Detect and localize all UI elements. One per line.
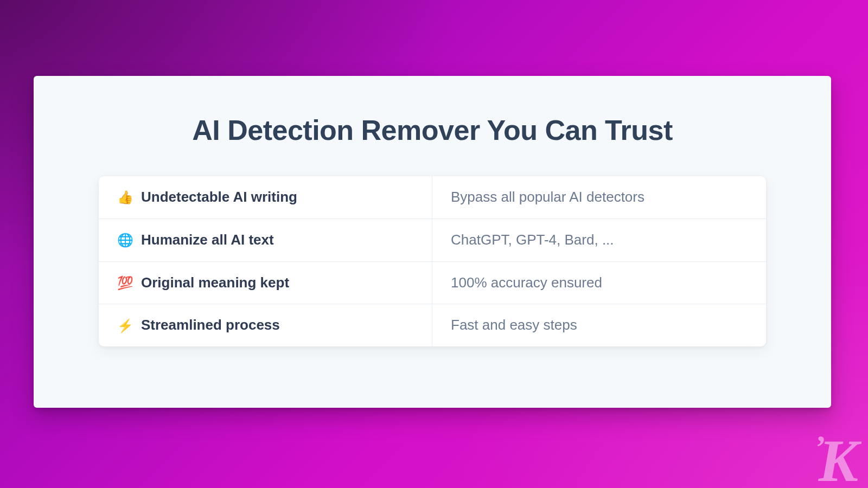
feature-desc-cell: Fast and easy steps bbox=[432, 304, 766, 346]
feature-desc: ChatGPT, GPT-4, Bard, ... bbox=[451, 231, 614, 249]
page-title: AI Detection Remover You Can Trust bbox=[99, 114, 766, 146]
feature-title-cell: 👍 Undetectable AI writing bbox=[99, 176, 432, 219]
feature-title: Streamlined process bbox=[141, 316, 280, 335]
watermark-logo: ’K bbox=[814, 437, 855, 485]
feature-title-cell: 💯 Original meaning kept bbox=[99, 262, 432, 304]
feature-desc: Bypass all popular AI detectors bbox=[451, 188, 644, 207]
feature-desc-cell: 100% accuracy ensured bbox=[432, 262, 766, 304]
feature-desc: Fast and easy steps bbox=[451, 316, 577, 335]
feature-title: Undetectable AI writing bbox=[141, 188, 297, 207]
feature-title-cell: ⚡ Streamlined process bbox=[99, 304, 432, 346]
feature-desc-cell: ChatGPT, GPT-4, Bard, ... bbox=[432, 219, 766, 261]
page-background: AI Detection Remover You Can Trust 👍 Und… bbox=[0, 0, 868, 488]
globe-icon: 🌐 bbox=[117, 232, 133, 248]
feature-card: AI Detection Remover You Can Trust 👍 Und… bbox=[34, 76, 831, 408]
hundred-icon: 💯 bbox=[117, 274, 133, 291]
thumbs-up-icon: 👍 bbox=[117, 189, 133, 206]
table-row: 🌐 Humanize all AI text ChatGPT, GPT-4, B… bbox=[99, 219, 766, 261]
table-row: 💯 Original meaning kept 100% accuracy en… bbox=[99, 261, 766, 304]
feature-title-cell: 🌐 Humanize all AI text bbox=[99, 219, 432, 261]
table-row: ⚡ Streamlined process Fast and easy step… bbox=[99, 304, 766, 346]
feature-desc-cell: Bypass all popular AI detectors bbox=[432, 176, 766, 219]
bolt-icon: ⚡ bbox=[117, 317, 133, 333]
feature-table: 👍 Undetectable AI writing Bypass all pop… bbox=[99, 176, 766, 346]
table-row: 👍 Undetectable AI writing Bypass all pop… bbox=[99, 176, 766, 219]
feature-title: Original meaning kept bbox=[141, 274, 289, 292]
feature-title: Humanize all AI text bbox=[141, 231, 274, 249]
feature-desc: 100% accuracy ensured bbox=[451, 274, 602, 292]
